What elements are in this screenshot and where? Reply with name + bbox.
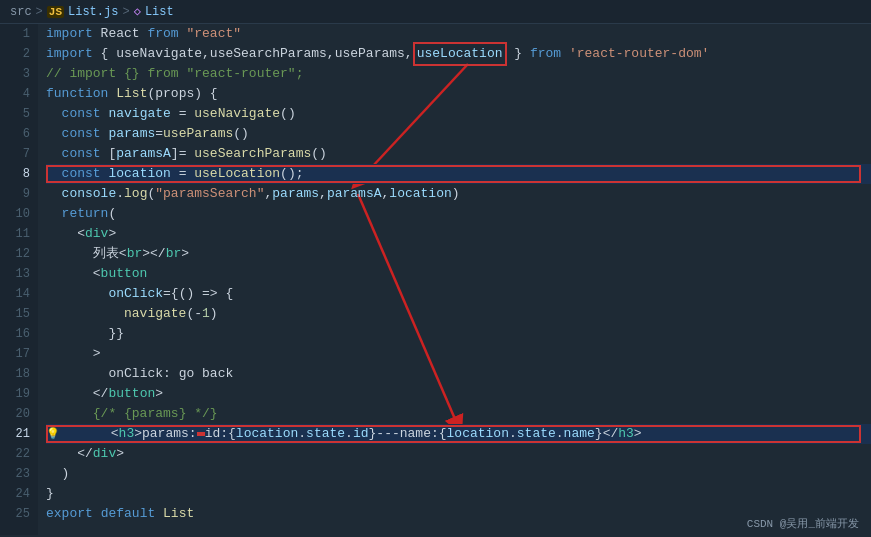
table-row: ) bbox=[46, 464, 871, 484]
code-token: const bbox=[62, 164, 101, 184]
code-token: ) bbox=[46, 464, 69, 484]
table-row: onClick={() => { bbox=[46, 284, 871, 304]
component-icon: ◇ bbox=[134, 4, 141, 19]
code-area[interactable]: import React from "react"import { useNav… bbox=[38, 24, 871, 535]
code-token: . bbox=[509, 424, 517, 444]
code-token: > bbox=[108, 224, 116, 244]
breadcrumb-listjs[interactable]: List.js bbox=[68, 5, 118, 19]
code-token: location bbox=[447, 424, 509, 444]
code-token: < bbox=[46, 224, 85, 244]
code-token: useParams bbox=[163, 124, 233, 144]
table-row: import { useNavigate,useSearchParams,use… bbox=[46, 44, 871, 64]
code-token: console bbox=[62, 184, 117, 204]
params-highlight bbox=[197, 432, 205, 436]
code-token: ) bbox=[452, 184, 460, 204]
code-token: useSearchParams bbox=[194, 144, 311, 164]
lightbulb-icon: 💡 bbox=[46, 424, 60, 444]
code-token: > bbox=[155, 384, 163, 404]
code-token: (); bbox=[280, 164, 303, 184]
code-token: useNavigate bbox=[194, 104, 280, 124]
code-token: , bbox=[319, 184, 327, 204]
code-token: () => { bbox=[179, 284, 234, 304]
code-token: () bbox=[311, 144, 327, 164]
code-token: 'react-router-dom' bbox=[569, 44, 709, 64]
code-token: </ bbox=[46, 444, 93, 464]
code-token: onClick: go back bbox=[108, 364, 233, 384]
code-token: br bbox=[127, 244, 143, 264]
code-token: (props) { bbox=[147, 84, 217, 104]
code-token bbox=[101, 104, 109, 124]
code-token: List bbox=[163, 504, 194, 524]
code-token: = bbox=[171, 164, 194, 184]
table-row: </div> bbox=[46, 444, 871, 464]
table-row: const params=useParams() bbox=[46, 124, 871, 144]
code-token: params bbox=[108, 124, 155, 144]
code-token: }---name:{ bbox=[369, 424, 447, 444]
code-token: , bbox=[264, 184, 272, 204]
js-badge: JS bbox=[47, 6, 64, 18]
code-token bbox=[101, 164, 109, 184]
code-token: paramsA bbox=[327, 184, 382, 204]
code-token: import bbox=[46, 44, 93, 64]
code-token: from bbox=[530, 44, 561, 64]
breadcrumb-sep2: > bbox=[122, 5, 129, 19]
code-token: const bbox=[62, 124, 101, 144]
table-row: console.log("paramsSearch",params,params… bbox=[46, 184, 871, 204]
code-token: { useNavigate,useSearchParams,useParams, bbox=[93, 44, 413, 64]
code-token: paramsA bbox=[116, 144, 171, 164]
code-token: }} bbox=[46, 324, 124, 344]
breadcrumb-bar: src > JS List.js > ◇ List bbox=[0, 0, 871, 24]
code-token: "react" bbox=[186, 24, 241, 44]
code-token: navigate bbox=[124, 304, 186, 324]
table-row: // import {} from "react-router"; bbox=[46, 64, 871, 84]
code-token: import bbox=[46, 24, 93, 44]
code-token: () bbox=[280, 104, 296, 124]
code-token: log bbox=[124, 184, 147, 204]
code-token: useLocation bbox=[194, 164, 280, 184]
table-row: }} bbox=[46, 324, 871, 344]
code-token bbox=[46, 164, 62, 184]
code-token: = bbox=[171, 104, 194, 124]
table-row: const location = useLocation(); bbox=[46, 164, 871, 184]
code-token bbox=[561, 44, 569, 64]
table-row: onClick: go back bbox=[46, 364, 871, 384]
bottom-bar: CSDN @吴用_前端开发 bbox=[735, 512, 871, 535]
code-token: state bbox=[306, 424, 345, 444]
code-token: ) bbox=[210, 304, 218, 324]
code-token bbox=[46, 124, 62, 144]
code-token: ]= bbox=[171, 144, 194, 164]
breadcrumb-src: src bbox=[10, 5, 32, 19]
code-token: , bbox=[382, 184, 390, 204]
code-token: default bbox=[101, 504, 156, 524]
code-token: br bbox=[166, 244, 182, 264]
code-token: > bbox=[116, 444, 124, 464]
code-token: name bbox=[564, 424, 595, 444]
code-token bbox=[101, 124, 109, 144]
code-token bbox=[46, 284, 108, 304]
code-token: () bbox=[233, 124, 249, 144]
code-token: . bbox=[116, 184, 124, 204]
code-token: "paramsSearch" bbox=[155, 184, 264, 204]
code-token: [ bbox=[101, 144, 117, 164]
table-row: <div> bbox=[46, 224, 871, 244]
code-token bbox=[179, 24, 187, 44]
code-token: location bbox=[108, 164, 170, 184]
code-token: </ bbox=[46, 384, 108, 404]
code-token: state bbox=[517, 424, 556, 444]
code-token bbox=[46, 144, 62, 164]
table-row: const navigate = useNavigate() bbox=[46, 104, 871, 124]
code-token: ={ bbox=[163, 284, 179, 304]
code-token: navigate bbox=[108, 104, 170, 124]
code-token: List bbox=[116, 84, 147, 104]
code-token: ></ bbox=[142, 244, 165, 264]
code-token: . bbox=[298, 424, 306, 444]
code-token: ( bbox=[108, 204, 116, 224]
code-token: id:{ bbox=[205, 424, 236, 444]
code-token: = bbox=[155, 124, 163, 144]
code-token: location bbox=[389, 184, 451, 204]
code-token: }</ bbox=[595, 424, 618, 444]
code-token bbox=[93, 504, 101, 524]
code-token: 列表 bbox=[93, 244, 119, 264]
code-token: location bbox=[236, 424, 298, 444]
code-token: >params: bbox=[134, 424, 196, 444]
